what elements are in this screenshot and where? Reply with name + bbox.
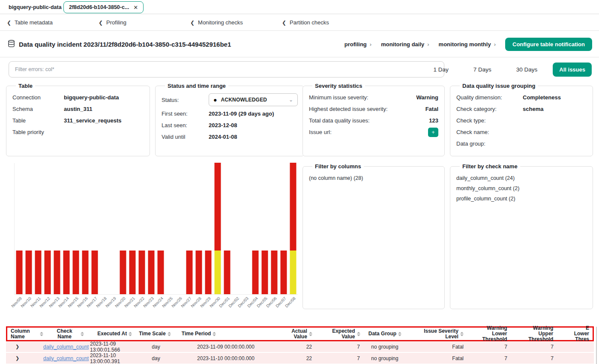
row-value: bigquery-public-data xyxy=(64,94,119,101)
table-cell xyxy=(557,353,593,364)
sort-icon[interactable] xyxy=(213,332,216,336)
column-header-check-name[interactable]: Check Name xyxy=(47,328,88,340)
check-name-link[interactable]: daily_column_count xyxy=(43,344,89,350)
stacked-bar[interactable] xyxy=(280,251,287,294)
stacked-bar[interactable] xyxy=(214,163,221,294)
row-label: Quality dimension: xyxy=(456,94,523,101)
check-filter-item[interactable]: profile_column_count (2) xyxy=(456,194,587,204)
stacked-bar[interactable] xyxy=(290,163,296,294)
stacked-bar[interactable] xyxy=(195,251,202,294)
stacked-bar[interactable] xyxy=(120,251,126,294)
bar-segment-fatal xyxy=(45,251,51,294)
stacked-bar[interactable] xyxy=(45,251,51,294)
close-icon[interactable]: ✕ xyxy=(133,4,138,11)
range-button-30-days[interactable]: 30 Days xyxy=(507,66,547,73)
bar-segment-fatal xyxy=(73,251,79,294)
column-filter-item[interactable]: (no column name) (28) xyxy=(309,173,438,183)
row-expander-icon[interactable]: ❯ xyxy=(9,344,19,349)
sort-icon[interactable] xyxy=(460,332,464,336)
column-header-column-name[interactable]: Column Name xyxy=(7,328,47,340)
status-dropdown[interactable]: ● ACKNOWLEDGED ⌄ xyxy=(209,93,298,106)
all-issues-button[interactable]: All issues xyxy=(553,63,592,77)
column-header-time-scale[interactable]: Time Scale xyxy=(135,328,178,340)
stacked-bar[interactable] xyxy=(139,251,145,294)
stacked-bar[interactable] xyxy=(205,251,211,294)
range-button-1-day[interactable]: 1 Day xyxy=(424,66,458,73)
sort-icon[interactable] xyxy=(357,332,360,336)
sort-icon[interactable] xyxy=(398,332,401,336)
check-filter-item[interactable]: daily_column_count (24) xyxy=(456,173,587,183)
sort-icon[interactable] xyxy=(81,332,84,336)
stacked-bar[interactable] xyxy=(73,251,79,294)
nav-item-label: Partition checks xyxy=(290,19,329,26)
stacked-bar[interactable] xyxy=(186,251,192,294)
bar-segment-fatal xyxy=(82,251,89,294)
sort-icon[interactable] xyxy=(168,332,171,336)
column-header-data-group[interactable]: Data Group xyxy=(364,328,407,340)
sort-icon[interactable] xyxy=(309,332,312,336)
table-cell: day xyxy=(135,341,177,352)
tab-incident[interactable]: 2f8d20d6-b104-3850-c... ✕ xyxy=(63,1,144,13)
chart-bar-slot: Dec/07 xyxy=(279,163,288,294)
chart-bar-slot: Nov/19 xyxy=(109,163,118,294)
column-header-expected-value[interactable]: Expected Value xyxy=(316,328,364,340)
tab-bar: bigquery-public-data ✕ 2f8d20d6-b104-385… xyxy=(0,0,599,14)
stacked-bar[interactable] xyxy=(261,251,268,294)
check-name-link[interactable]: daily_column_count xyxy=(43,355,89,361)
chart-bar-slot: Nov/14 xyxy=(62,163,71,294)
stacked-bar[interactable] xyxy=(16,251,23,294)
filter-errors-input[interactable] xyxy=(9,61,444,78)
row-expander-icon[interactable]: ❯ xyxy=(9,355,19,361)
stacked-bar[interactable] xyxy=(54,251,60,294)
row-label: Check type: xyxy=(456,117,523,124)
panel-row: Connection bigquery-public-data xyxy=(12,92,144,103)
row-label: Schema xyxy=(12,106,64,112)
stacked-bar[interactable] xyxy=(148,251,155,294)
vertical-scrollbar[interactable] xyxy=(596,327,597,364)
sort-icon[interactable] xyxy=(40,332,43,336)
stacked-bar[interactable] xyxy=(271,251,277,294)
chart-bar-slot: Nov/09 xyxy=(15,163,24,294)
row-value: austin_311 xyxy=(64,106,93,112)
stacked-bar[interactable] xyxy=(92,251,98,294)
stacked-bar[interactable] xyxy=(129,251,136,294)
column-header-issue-severity-level[interactable]: Issue Severity Level xyxy=(406,328,467,340)
stacked-bar[interactable] xyxy=(252,251,258,294)
bar-segment-warning xyxy=(290,251,296,294)
stacked-bar[interactable] xyxy=(63,251,70,294)
column-header-time-period[interactable]: Time Period xyxy=(178,328,275,340)
row-label: Connection xyxy=(12,94,64,101)
row-label: Minimum issue severity: xyxy=(309,94,368,101)
row-label: First seen: xyxy=(162,110,209,117)
add-issue-url-button[interactable]: + xyxy=(428,128,438,137)
stacked-bar[interactable] xyxy=(26,251,32,294)
header-link-monitoring-daily[interactable]: monitoring daily › xyxy=(381,41,429,48)
header-link-monitoring-monthly[interactable]: monitoring monthly › xyxy=(439,41,496,48)
panel-filter-check-name: Filter by check name daily_column_count … xyxy=(450,163,593,309)
column-header-label: Issue Severity Level xyxy=(410,328,458,340)
chart-bar-slot: Nov/22 xyxy=(137,163,147,294)
row-label: Check category: xyxy=(456,106,523,112)
bar-segment-fatal xyxy=(129,251,136,294)
check-filter-item[interactable]: monthly_column_count (2) xyxy=(456,183,587,194)
column-header-label: ELower Thres xyxy=(560,325,589,342)
nav-item-partition-checks[interactable]: ❮ Partition checks xyxy=(282,19,374,26)
column-header-actual-value[interactable]: Actual Value xyxy=(275,328,316,340)
column-header-label: WarningLower Threshold xyxy=(470,325,507,342)
stacked-bar[interactable] xyxy=(224,251,230,294)
filter-checks-list: daily_column_count (24)monthly_column_co… xyxy=(456,173,587,204)
stacked-bar[interactable] xyxy=(158,251,164,294)
nav-item-profiling[interactable]: ❮ Profiling xyxy=(99,19,190,26)
nav-item-monitoring-checks[interactable]: ❮ Monitoring checks xyxy=(190,19,282,26)
nav-item-table-metadata[interactable]: ❮ Table metadata xyxy=(7,19,99,26)
stacked-bar[interactable] xyxy=(82,251,89,294)
configure-table-notification-button[interactable]: Configure table notification xyxy=(505,38,592,51)
column-header-executed-at[interactable]: Executed At xyxy=(87,328,135,340)
stacked-bar[interactable] xyxy=(35,251,42,294)
filter-columns-list: (no column name) (28) xyxy=(309,173,438,183)
sort-icon[interactable] xyxy=(129,332,132,336)
panel-grouping: Data quality issue grouping Quality dime… xyxy=(450,83,593,156)
header-link-profiling[interactable]: profiling › xyxy=(344,41,371,48)
bar-segment-fatal xyxy=(148,251,155,294)
range-button-7-days[interactable]: 7 Days xyxy=(464,66,501,73)
